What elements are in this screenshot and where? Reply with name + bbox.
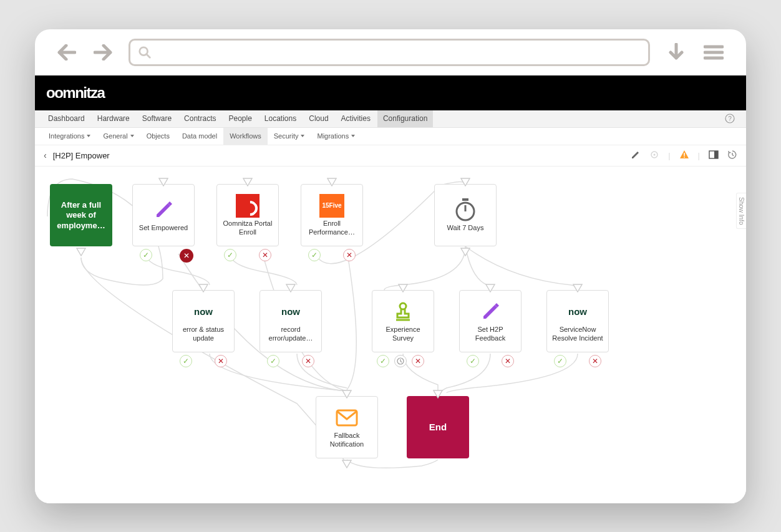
svg-point-16 [400, 303, 406, 309]
workflow-title: [H2P] Empower [53, 151, 110, 160]
port-triangle[interactable] [573, 284, 583, 293]
node-end[interactable]: End [407, 396, 469, 458]
port-triangle[interactable] [76, 248, 86, 256]
port-triangle[interactable] [327, 178, 337, 186]
breadcrumb-bar: ‹ [H2P] Empower | | [35, 145, 746, 167]
port-triangle[interactable] [286, 284, 296, 293]
subtab-migrations[interactable]: Migrations [311, 128, 361, 145]
main-tabs: Dashboard Hardware Software Contracts Pe… [35, 110, 746, 128]
download-button[interactable] [665, 41, 687, 64]
port-success[interactable]: ✓ [180, 355, 192, 367]
tab-software[interactable]: Software [137, 110, 177, 127]
node-experience-survey[interactable]: Experience Survey [372, 290, 434, 352]
forward-button[interactable] [92, 42, 114, 63]
port-error[interactable]: ✕ [343, 249, 356, 261]
port-error[interactable]: ✕ [180, 249, 193, 263]
gear-link-icon[interactable] [649, 150, 659, 162]
show-info-tab[interactable]: Show Info [736, 193, 746, 229]
port-success[interactable]: ✓ [377, 355, 389, 367]
port-error[interactable]: ✕ [412, 355, 424, 367]
port-success[interactable]: ✓ [467, 355, 479, 367]
port-triangle[interactable] [158, 178, 168, 186]
history-icon[interactable] [727, 150, 737, 162]
node-servicenow-resolve[interactable]: now ServiceNow Resolve Incident [546, 290, 609, 352]
browser-chrome [35, 29, 746, 75]
node-fallback-notification[interactable]: Fallback Notification [316, 396, 378, 458]
port-triangle[interactable] [460, 248, 470, 256]
tab-people[interactable]: People [223, 110, 257, 127]
servicenow-logo-icon: now [191, 299, 216, 324]
svg-rect-12 [714, 151, 718, 158]
port-error[interactable]: ✕ [589, 355, 601, 367]
port-triangle[interactable] [342, 460, 352, 468]
brand-bar: oomnitza [35, 75, 746, 110]
tab-activities[interactable]: Activities [336, 110, 376, 127]
tab-cloud[interactable]: Cloud [303, 110, 334, 127]
port-triangle[interactable] [433, 390, 443, 399]
port-wait[interactable] [394, 355, 407, 367]
node-enroll-15five[interactable]: 15Five Enroll Performance… [301, 184, 363, 246]
port-error[interactable]: ✕ [215, 355, 227, 367]
node-error-status-update[interactable]: now error & status update [172, 290, 235, 352]
svg-point-8 [654, 153, 656, 155]
port-triangle[interactable] [485, 284, 495, 293]
svg-rect-9 [684, 153, 685, 156]
menu-button[interactable] [702, 41, 725, 64]
port-triangle[interactable] [398, 284, 408, 293]
tab-hardware[interactable]: Hardware [92, 110, 135, 127]
port-error[interactable]: ✕ [502, 355, 514, 367]
back-chevron-icon[interactable]: ‹ [44, 150, 47, 160]
tab-locations[interactable]: Locations [259, 110, 302, 127]
node-record-error-update[interactable]: now record error/update… [260, 290, 322, 352]
panel-icon[interactable] [709, 150, 719, 162]
node-set-h2p-feedback[interactable]: Set H2P Feedback [459, 290, 521, 352]
pencil-icon [151, 198, 176, 223]
port-success[interactable]: ✓ [308, 249, 321, 261]
svg-line-1 [147, 54, 150, 57]
port-success[interactable]: ✓ [140, 249, 152, 261]
workflow-canvas[interactable]: Show Info [35, 167, 746, 503]
subtab-workflows[interactable]: Workflows [223, 128, 268, 145]
node-wait-7-days[interactable]: Wait 7 Days [434, 184, 497, 246]
port-triangle[interactable] [198, 284, 208, 293]
help-icon[interactable]: ? [725, 110, 739, 127]
tab-contracts[interactable]: Contracts [178, 110, 221, 127]
url-input[interactable] [157, 47, 641, 57]
subtab-objects[interactable]: Objects [140, 128, 176, 145]
node-start[interactable]: After a full week of employme… [50, 184, 112, 246]
node-set-empowered[interactable]: Set Empowered [132, 184, 195, 246]
app-window: oomnitza Dashboard Hardware Software Con… [35, 29, 746, 503]
stopwatch-icon [453, 198, 478, 223]
port-triangle[interactable] [243, 178, 253, 186]
port-triangle[interactable] [342, 390, 352, 399]
port-error[interactable]: ✕ [302, 355, 314, 367]
oomnitza-logo-icon [235, 193, 260, 218]
port-success[interactable]: ✓ [554, 355, 566, 367]
subtab-general[interactable]: General [97, 128, 140, 145]
port-error[interactable]: ✕ [259, 249, 271, 261]
port-triangle[interactable] [460, 178, 470, 186]
servicenow-logo-icon: now [565, 299, 590, 324]
workflow-toolbar: | | [631, 150, 737, 162]
port-success[interactable]: ✓ [224, 249, 236, 261]
stamp-icon [390, 299, 415, 324]
edit-icon[interactable] [631, 150, 641, 162]
node-portal-enroll[interactable]: Oomnitza Portal Enroll [216, 184, 279, 246]
back-button[interactable] [56, 42, 77, 63]
brand-logo: oomnitza [46, 84, 104, 102]
subtab-integrations[interactable]: Integrations [42, 128, 97, 145]
tab-dashboard[interactable]: Dashboard [42, 110, 90, 127]
subtab-data-model[interactable]: Data model [176, 128, 223, 145]
mail-icon [334, 405, 359, 430]
tab-configuration[interactable]: Configuration [377, 110, 433, 127]
subtab-security[interactable]: Security [268, 128, 311, 145]
sub-tabs: Integrations General Objects Data model … [35, 128, 746, 145]
svg-rect-13 [462, 198, 468, 201]
url-search-box[interactable] [129, 39, 650, 66]
pencil-icon [478, 299, 503, 324]
svg-rect-10 [684, 157, 685, 158]
warning-icon[interactable] [679, 150, 689, 162]
port-success[interactable]: ✓ [267, 355, 279, 367]
15five-logo-icon: 15Five [319, 193, 344, 218]
search-icon [138, 46, 152, 59]
